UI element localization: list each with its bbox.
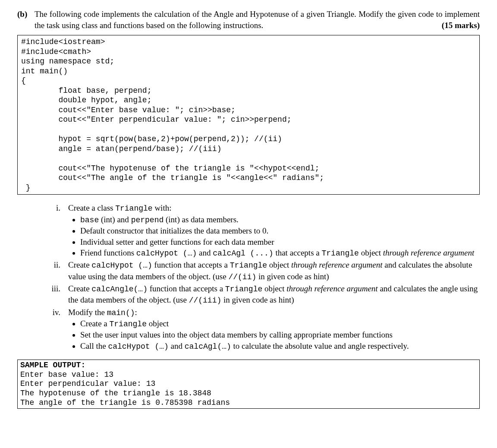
- text: Friend functions: [80, 248, 136, 257]
- code-inline: calcHypot (…): [136, 249, 197, 258]
- text: Create a: [80, 319, 110, 328]
- instruction-number: ii.: [40, 259, 68, 282]
- text: Create: [68, 284, 91, 293]
- question-body: The following code implements the calcul…: [35, 9, 480, 30]
- text: object: [267, 260, 291, 269]
- text: and: [197, 248, 213, 257]
- bullet: Default constructor that initializes the…: [80, 225, 480, 237]
- code-inline: calcAgl(…): [185, 342, 231, 351]
- code-inline: Triangle: [230, 261, 267, 270]
- text: and: [169, 341, 185, 350]
- text: in given code as hint): [221, 295, 294, 304]
- code-inline: Triangle: [110, 320, 147, 328]
- text: Create a class: [68, 203, 115, 212]
- code-inline: //(iii): [189, 296, 222, 305]
- sub-bullets: Create a Triangle object Set the user in…: [80, 318, 480, 352]
- text: function that accepts a: [152, 260, 230, 269]
- text: (int) as data members.: [164, 215, 239, 224]
- text: Set the user input values into the objec…: [80, 330, 393, 339]
- italic-text: through reference argument: [286, 284, 377, 293]
- instruction-number: i.: [40, 202, 68, 259]
- italic-text: through reference argument: [383, 248, 474, 257]
- text: to calculate the absolute value and angl…: [231, 341, 409, 350]
- code-inline: Triangle: [225, 285, 262, 293]
- sample-output-box: SAMPLE OUTPUT: Enter base value: 13 Ente…: [17, 360, 480, 409]
- text: Call the: [80, 341, 108, 350]
- text: (int) and: [99, 215, 131, 224]
- text: object: [262, 284, 286, 293]
- code-inline: calcAngle(…): [91, 285, 148, 293]
- text: object: [359, 248, 383, 257]
- text: Individual setter and getter functions f…: [80, 237, 274, 246]
- instruction-body: Modify the main(): Create a Triangle obj…: [68, 307, 480, 352]
- bullet: Friend functions calcHypot (…) and calcA…: [80, 247, 480, 259]
- text: :: [135, 308, 137, 317]
- bullet: base (int) and perpend (int) as data mem…: [80, 214, 480, 225]
- instruction-body: Create a class Triangle with: base (int)…: [68, 202, 480, 259]
- bullet: Individual setter and getter functions f…: [80, 237, 480, 248]
- question-label: (b): [17, 9, 35, 31]
- code-inline: Triangle: [321, 249, 359, 258]
- sub-bullets: base (int) and perpend (int) as data mem…: [80, 214, 480, 259]
- text: Default constructor that initializes the…: [80, 226, 268, 235]
- sample-output-header: SAMPLE OUTPUT:: [20, 361, 85, 369]
- instruction-number: iv.: [40, 307, 68, 352]
- code-inline: calcAgl (...): [213, 249, 273, 258]
- question-header: (b) The following code implements the ca…: [17, 9, 480, 31]
- code-inline: calcHypot (…): [108, 342, 168, 351]
- code-inline: base: [80, 216, 99, 224]
- code-inline: Triangle: [115, 204, 152, 213]
- text: Modify the: [68, 308, 107, 317]
- text: Create: [68, 260, 91, 269]
- code-inline: perpend: [131, 216, 164, 224]
- instruction-ii: ii. Create calcHypot (…) function that a…: [40, 259, 480, 282]
- instructions-list: i. Create a class Triangle with: base (i…: [40, 202, 480, 352]
- bullet: Call the calcHypot (…) and calcAgl(…) to…: [80, 341, 480, 352]
- instruction-body: Create calcHypot (…) function that accep…: [68, 259, 480, 282]
- instruction-iii: iii. Create calcAngle(…) function that a…: [40, 283, 480, 306]
- sample-output-body: Enter base value: 13 Enter perpendicular…: [20, 370, 230, 407]
- text: object: [147, 319, 169, 328]
- text: that accepts a: [274, 248, 322, 257]
- bullet: Create a Triangle object: [80, 318, 480, 329]
- instruction-i: i. Create a class Triangle with: base (i…: [40, 202, 480, 259]
- italic-text: through reference argument: [291, 260, 382, 269]
- code-inline: //(ii): [228, 273, 256, 281]
- instruction-iv: iv. Modify the main(): Create a Triangle…: [40, 307, 480, 352]
- code-inline: main(): [107, 309, 135, 317]
- question-marks: (15 marks): [442, 20, 480, 31]
- question-text: The following code implements the calcul…: [35, 9, 480, 31]
- bullet: Set the user input values into the objec…: [80, 329, 480, 341]
- text: in given code as hint): [256, 272, 329, 281]
- code-box: #include<iostream> #include<cmath> using…: [17, 35, 480, 195]
- code-inline: calcHypot (…): [91, 261, 152, 270]
- text: with:: [153, 203, 172, 212]
- instruction-body: Create calcAngle(…) function that accept…: [68, 283, 480, 306]
- text: function that accepts a: [148, 284, 225, 293]
- instruction-number: iii.: [40, 283, 68, 306]
